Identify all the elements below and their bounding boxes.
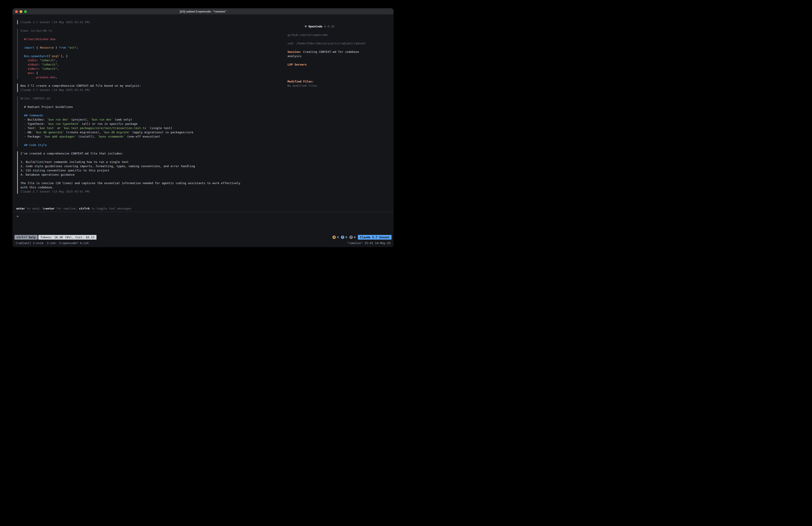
sidebar-info-panel: © OpenCode 0.0.45 github.com/sst/opencod… <box>288 20 393 207</box>
markdown-snippet-context-md: # Radiant Project Guidelines ## Commands… <box>20 105 284 147</box>
tmux-status-line: [radiant] 1:nvim 2:zsh- 3:opencode* 4:zs… <box>13 240 393 247</box>
code-snippet-db-ts: #!/usr/bin/env bun import { Resource } f… <box>20 37 284 79</box>
spacer <box>20 100 284 105</box>
minimize-button[interactable] <box>19 10 22 13</box>
status-bar: ctrl+? help Tokens: 16.4K (8%), Cost: $0… <box>13 234 393 240</box>
info-count: 0 <box>345 236 347 239</box>
help-badge[interactable]: ctrl+? help <box>14 235 38 240</box>
close-button[interactable] <box>15 10 18 13</box>
model-timestamp: Claude 3.7 Sonnet (14 May 2025 03:41 PM) <box>20 20 284 24</box>
tool-call-view-file: View: script/db.ts #!/usr/bin/env bun im… <box>17 29 284 79</box>
app-name: © OpenCode <box>305 25 322 28</box>
assistant-message: Now I'll create a comprehensive CONTEXT.… <box>17 84 284 92</box>
spacer <box>288 71 387 79</box>
app-version: 0.0.45 <box>324 25 334 28</box>
lsp-servers-section: LSP Servers <box>288 62 387 67</box>
tool-call-write-file: Write: CONTEXT.md # Radiant Project Guid… <box>17 96 284 147</box>
prompt-caret: > <box>17 215 18 218</box>
diagnostic-info: I 0 <box>341 236 347 239</box>
assistant-message-header-block: Claude 3.7 Sonnet (14 May 2025 03:41 PM) <box>17 20 284 24</box>
chat-log[interactable]: Claude 3.7 Sonnet (14 May 2025 03:41 PM)… <box>13 20 288 207</box>
hint-icon: H <box>349 236 353 239</box>
keybind-hints: enter to send, \+enter for newline, ctrl… <box>13 207 393 212</box>
window-titlebar[interactable]: [2/3] radiant:3:opencode - "romulus" <box>13 9 393 15</box>
message-input[interactable]: > <box>13 212 393 234</box>
modified-files-header: Modified Files: <box>288 79 387 84</box>
modified-files-empty: No modified files <box>288 84 387 88</box>
tmux-session-windows: [radiant] 1:nvim 2:zsh- 3:opencode* 4:zs… <box>15 241 89 245</box>
model-badge[interactable]: Claude 3.7 Sonnet <box>358 235 392 240</box>
session-section: Session: Creating CONTEXT.md for codebas… <box>288 50 387 58</box>
tokens-cost-badge: Tokens: 16.4K (8%), Cost: $0.12 <box>38 235 97 240</box>
info-icon: I <box>341 236 344 239</box>
warning-count: 0 <box>337 236 339 239</box>
cwd-path: cwd: /home/thdxr/dev/projects/radiant/ra… <box>288 41 387 45</box>
assistant-text: Now I'll create a comprehensive CONTEXT.… <box>20 84 284 88</box>
app-identity: © OpenCode 0.0.45 github.com/sst/opencod… <box>288 20 387 37</box>
modified-files-section: Modified Files: No modified files <box>288 79 387 88</box>
window-title: [2/3] radiant:3:opencode - "romulus" <box>180 10 227 13</box>
tool-title: Write: CONTEXT.md <box>20 96 284 100</box>
cwd-section: cwd: /home/thdxr/dev/projects/radiant/ra… <box>288 41 387 45</box>
diagnostic-warnings: W 0 <box>332 236 339 239</box>
model-timestamp: Claude 3.7 Sonnet (14 May 2025 03:41 PM) <box>20 189 284 194</box>
terminal-window: [2/3] radiant:3:opencode - "romulus" Cla… <box>13 9 393 247</box>
assistant-message-summary: I've created a comprehensive CONTEXT.md … <box>17 151 284 194</box>
lsp-servers-header: LSP Servers <box>288 62 387 67</box>
model-timestamp: Claude 3.7 Sonnet (14 May 2025 03:41 PM) <box>20 88 284 92</box>
spacer <box>20 33 284 37</box>
diagnostic-hints: H 0 <box>349 236 356 239</box>
repo-url: github.com/sst/opencode <box>288 33 387 37</box>
traffic-lights <box>15 9 27 14</box>
assistant-summary-text: I've created a comprehensive CONTEXT.md … <box>20 151 284 189</box>
hint-count: 0 <box>354 236 356 239</box>
tool-title: View: script/db.ts <box>20 29 284 33</box>
tmux-host-clock: "romulus" 15:41 14-May-25 <box>347 241 391 245</box>
zoom-button[interactable] <box>24 10 27 13</box>
warning-icon: W <box>332 236 336 239</box>
